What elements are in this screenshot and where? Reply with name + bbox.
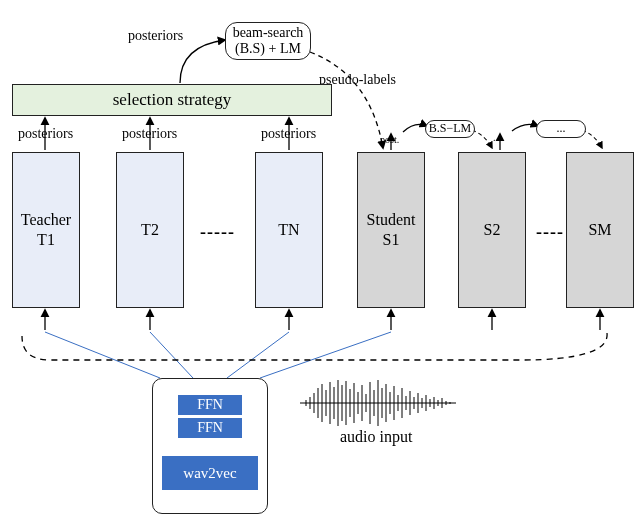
student-s1-box: Student S1 [357,152,425,308]
wav2vec-label: wav2vec [183,465,236,482]
teacher-t2-label: T2 [141,220,159,240]
student-s1-line1: Student [367,210,416,230]
teacher-tn-label: TN [278,220,299,240]
teacher-t2-box: T2 [116,152,184,308]
audio-input-label: audio input [340,428,412,446]
svg-line-11 [45,332,160,378]
s1-post-label: post. [380,134,399,145]
student-sm-label: SM [588,220,611,240]
beam-search-line2: (B.S) + LM [235,41,301,57]
teacher-t1-line1: Teacher [21,210,71,230]
posteriors-top-label: posteriors [128,28,183,44]
ffn-block-2: FFN [178,395,242,415]
svg-line-14 [260,332,391,378]
beam-search-box: beam-search (B.S) + LM [225,22,311,60]
svg-line-12 [150,332,193,378]
student-s2-label: S2 [484,220,501,240]
teacher-dashes: ----- [200,222,235,243]
posteriors-label-1: posteriors [18,126,73,142]
bs-lm-mini-box: B.S−LM [425,120,475,138]
posteriors-label-2: posteriors [122,126,177,142]
ffn-block-1: FFN [178,418,242,438]
ffn-label-1: FFN [197,420,223,436]
teacher-tn-box: TN [255,152,323,308]
teacher-t1-line2: T1 [37,230,55,250]
student-s1-line2: S1 [383,230,400,250]
posteriors-label-3: posteriors [261,126,316,142]
student-sm-box: SM [566,152,634,308]
s2-ellipsis-label: ... [493,132,501,143]
ellipsis-mini-box: ... [536,120,586,138]
ellipsis-mini-label: ... [557,122,566,136]
wav2vec-block: wav2vec [162,456,258,490]
diagram-canvas: beam-search (B.S) + LM posteriors pseudo… [0,0,640,522]
audio-waveform-icon [300,378,456,428]
student-s2-box: S2 [458,152,526,308]
bs-lm-mini-label: B.S−LM [429,122,471,136]
student-dashes: ---- [536,222,564,243]
ffn-label-2: FFN [197,397,223,413]
beam-search-line1: beam-search [233,25,304,41]
teacher-t1-box: Teacher T1 [12,152,80,308]
svg-line-13 [227,332,289,378]
selection-strategy-box: selection strategy [12,84,332,116]
selection-strategy-label: selection strategy [113,90,232,110]
